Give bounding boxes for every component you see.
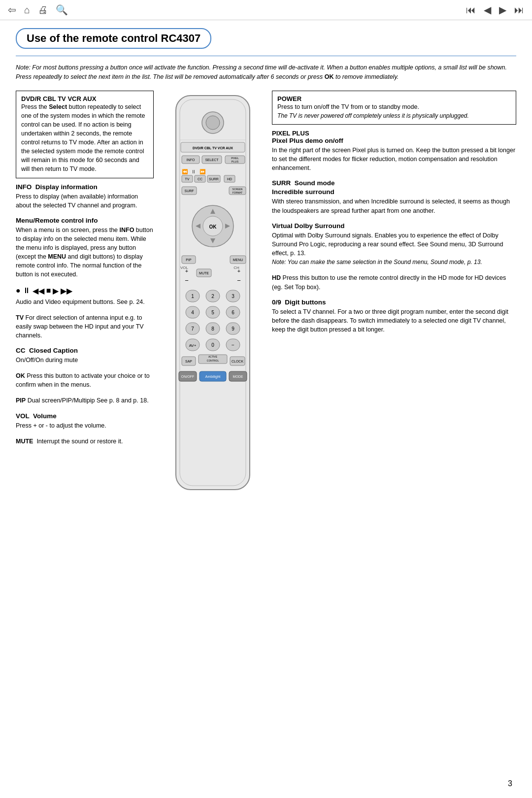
svg-text:INFO: INFO bbox=[187, 158, 195, 162]
back-icon[interactable]: ⇦ bbox=[8, 4, 16, 16]
info-section-title: INFO Display information bbox=[16, 183, 154, 191]
page-content: Use of the remote control RC4307 Note: F… bbox=[0, 20, 532, 504]
svg-text:HD: HD bbox=[227, 177, 232, 181]
svg-text:9: 9 bbox=[232, 326, 234, 332]
svg-text:CLOCK: CLOCK bbox=[232, 360, 243, 363]
pip-body: PIP Dual screen/PIP/Multipip See p. 8 an… bbox=[16, 396, 154, 405]
page-title-text: Use of the remote control RC4307 bbox=[27, 32, 200, 45]
svg-text:ACTIVE: ACTIVE bbox=[208, 355, 218, 358]
power-body: Press to turn on/off the TV from or to s… bbox=[277, 102, 511, 121]
note-text-part2: to remove immediately. bbox=[333, 73, 399, 80]
svg-text:5: 5 bbox=[211, 310, 214, 315]
rewind-icon: ◀◀ bbox=[33, 286, 44, 296]
svg-text:PIXEL: PIXEL bbox=[231, 157, 239, 160]
digit-body: To select a TV channel. For a two or thr… bbox=[272, 307, 516, 334]
home-icon[interactable]: ⌂ bbox=[24, 4, 30, 16]
media-buttons-row: ● ⏸ ◀◀ ■ ▶ ▶▶ bbox=[16, 286, 154, 296]
record-icon: ● bbox=[16, 286, 21, 295]
svg-text:4: 4 bbox=[191, 310, 194, 315]
svg-text:SURF: SURF bbox=[184, 189, 194, 193]
info-label: INFO bbox=[16, 183, 32, 191]
page-number: 3 bbox=[508, 779, 512, 788]
skip-back-icon[interactable]: ⏮ bbox=[466, 4, 476, 16]
cc-title: CC Closed Caption bbox=[16, 347, 154, 354]
note-ok-bold: OK bbox=[325, 73, 334, 80]
cc-section: CC Closed Caption On/Off/On during mute bbox=[16, 347, 154, 365]
surr-title: SURR Sound mode bbox=[272, 179, 516, 187]
search-icon[interactable]: 🔍 bbox=[56, 4, 68, 16]
cc-body: On/Off/On during mute bbox=[16, 356, 154, 365]
toolbar-right: ⏮ ◀ ▶ ⏭ bbox=[466, 4, 524, 16]
svg-text:MENU: MENU bbox=[233, 258, 243, 262]
svg-text:2: 2 bbox=[211, 294, 214, 299]
pixel-plus-subtitle: Pixel Plus demo on/off bbox=[272, 137, 516, 144]
toolbar-left: ⇦ ⌂ 🖨 🔍 bbox=[8, 4, 68, 16]
print-icon[interactable]: 🖨 bbox=[38, 4, 48, 16]
mute-body-text: Interrupt the sound or restore it. bbox=[36, 438, 123, 445]
power-italic: The TV is never powered off completely u… bbox=[277, 112, 469, 119]
note-paragraph: Note: For most buttons pressing a button… bbox=[16, 63, 516, 82]
svg-text:3: 3 bbox=[232, 294, 234, 299]
hd-section: HD Press this button to use the remote c… bbox=[272, 273, 516, 291]
right-column: POWER Press to turn on/off the TV from o… bbox=[267, 91, 516, 341]
fast-forward-icon: ▶▶ bbox=[61, 286, 72, 296]
dvd-section-title: DVD/R CBL TV VCR AUX bbox=[21, 95, 148, 102]
menu-body1: When a menu is on screen, press the bbox=[16, 227, 120, 233]
svg-text:FORMAT: FORMAT bbox=[233, 191, 243, 194]
digit-title-text: Digit buttons bbox=[285, 299, 326, 306]
info-section: INFO Display information Press to displa… bbox=[16, 183, 154, 210]
surr-title-text: Sound mode bbox=[295, 179, 335, 187]
dvd-section-body: Press the Select button repeatedly to se… bbox=[21, 102, 148, 174]
svg-text:AV+: AV+ bbox=[189, 343, 197, 348]
menu-bold1: INFO bbox=[120, 227, 134, 233]
svg-text:CC: CC bbox=[198, 177, 202, 181]
media-buttons-section: ● ⏸ ◀◀ ■ ▶ ▶▶ Audio and Video equipment … bbox=[16, 286, 154, 306]
svg-text:SURR: SURR bbox=[209, 177, 219, 181]
surr-label: SURR bbox=[272, 179, 291, 187]
remote-svg: POWER DVD/R CBL TV VCR AUX INFO SELECT P… bbox=[161, 91, 265, 495]
power-title: POWER bbox=[277, 95, 511, 102]
next-icon[interactable]: ▶ bbox=[499, 4, 506, 16]
virtual-dolby-italic: Note: You can make the same selection in… bbox=[272, 259, 482, 266]
title-divider bbox=[16, 56, 516, 56]
digit-section: 0/9 Digit buttons To select a TV channel… bbox=[272, 299, 516, 334]
power-section-box: POWER Press to turn on/off the TV from o… bbox=[272, 91, 516, 125]
pause-icon: ⏸ bbox=[23, 286, 31, 295]
info-body: Press to display (when available) inform… bbox=[16, 192, 154, 210]
info-title-text: Display information bbox=[35, 183, 98, 191]
power-body-text: Press to turn on/off the TV from or to s… bbox=[277, 103, 419, 110]
remote-control: POWER DVD/R CBL TV VCR AUX INFO SELECT P… bbox=[161, 91, 265, 496]
pip-label: PIP bbox=[16, 397, 26, 404]
svg-text:−: − bbox=[237, 277, 241, 284]
svg-text:PLUS: PLUS bbox=[232, 160, 239, 163]
svg-text:MODE: MODE bbox=[233, 375, 243, 378]
tv-section: TV For direct selection of antenna input… bbox=[16, 313, 154, 340]
skip-forward-icon[interactable]: ⏭ bbox=[514, 4, 524, 16]
svg-text:1: 1 bbox=[191, 294, 194, 299]
vol-title-text: Volume bbox=[33, 412, 57, 420]
svg-text:7: 7 bbox=[191, 326, 194, 332]
ok-section: OK Press this button to activate your ch… bbox=[16, 371, 154, 389]
prev-icon[interactable]: ◀ bbox=[484, 4, 491, 16]
svg-point-4 bbox=[206, 116, 220, 130]
virtual-dolby-body-text: Optimal with Dolby Surround signals. Ena… bbox=[272, 232, 503, 257]
pip-section: PIP Dual screen/PIP/Multipip See p. 8 an… bbox=[16, 396, 154, 405]
mute-label: MUTE bbox=[16, 438, 33, 445]
page-title: Use of the remote control RC4307 bbox=[16, 28, 211, 49]
dvd-bold: Select bbox=[49, 103, 67, 110]
svg-text:⏸: ⏸ bbox=[191, 169, 196, 174]
vol-section: VOL Volume Press + or - to adjust the vo… bbox=[16, 412, 154, 430]
svg-text:SELECT: SELECT bbox=[205, 158, 219, 162]
svg-text:⏩: ⏩ bbox=[200, 168, 206, 175]
tv-body-text: For direct selection of antenna input e.… bbox=[16, 314, 144, 339]
svg-text:CH: CH bbox=[233, 266, 239, 270]
menu-body: When a menu is on screen, press the INFO… bbox=[16, 226, 154, 279]
menu-section-title: Menu/Remote control info bbox=[16, 217, 154, 224]
svg-text:PIP: PIP bbox=[186, 258, 192, 262]
svg-text:DVD/R  CBL  TV  VCR  AUX: DVD/R CBL TV VCR AUX bbox=[193, 146, 233, 150]
surr-subtitle: Incredible surround bbox=[272, 188, 516, 196]
toolbar: ⇦ ⌂ 🖨 🔍 ⏮ ◀ ▶ ⏭ bbox=[0, 0, 532, 20]
tv-body: TV For direct selection of antenna input… bbox=[16, 313, 154, 340]
surr-section: SURR Sound mode Incredible surround With… bbox=[272, 179, 516, 215]
svg-text:8: 8 bbox=[211, 326, 214, 332]
